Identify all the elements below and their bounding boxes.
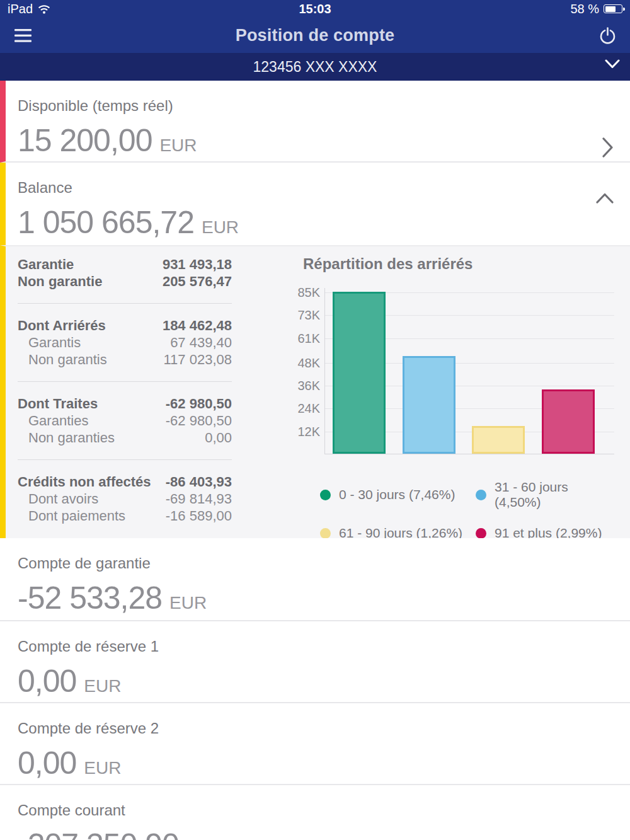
disponible-currency: EUR (159, 135, 197, 156)
account-number: 123456 XXX XXXX (253, 59, 377, 76)
balance-amount: 1 050 665,72 (18, 204, 194, 241)
breakdown-row: Garantis 67 439,40 (18, 334, 232, 351)
breakdown-row: Dont Arriérés 184 462,48 (18, 317, 232, 334)
power-icon (599, 27, 616, 44)
y-tick-label: 73K (297, 308, 320, 323)
legend-item: 31 - 60 jours (4,50%) (476, 480, 614, 510)
bar-chart-plot (324, 288, 614, 454)
bar-91 et plus (542, 389, 595, 454)
breakdown-row: Dont avoirs -69 814,93 (18, 490, 232, 507)
status-bar: iPad 15:03 58 % (0, 0, 630, 18)
legend-item: 0 - 30 jours (7,46%) (320, 480, 476, 510)
card-disponible[interactable]: Disponible (temps réel) 15 200,00 EUR (0, 81, 630, 163)
breakdown-row: Dont Traites -62 980,50 (18, 395, 232, 412)
chart-title: Répartition des arriérés (303, 255, 614, 273)
y-axis-labels: 85K73K61K48K36K24K12K (290, 288, 324, 454)
account-row-courant[interactable]: Compte courant -207 350,90 EUR (0, 784, 630, 840)
logout-button[interactable] (593, 21, 621, 49)
legend-dot-yellow (320, 528, 331, 539)
account-row-reserve-1[interactable]: Compte de réserve 1 0,00 EUR (0, 620, 630, 702)
chevron-down-icon[interactable] (605, 59, 620, 69)
legend-dot-blue (476, 490, 486, 500)
card-balance[interactable]: Balance 1 050 665,72 EUR (0, 163, 630, 245)
battery-icon (604, 4, 622, 13)
account-row-garantie[interactable]: Compte de garantie -52 533,28 EUR (0, 538, 630, 620)
breakdown-row: Non garantie 205 576,47 (18, 273, 232, 290)
breakdown-row: Dont paiements -16 589,00 (18, 507, 232, 524)
clock: 15:03 (0, 2, 630, 16)
nav-bar: Position de compte (0, 18, 630, 53)
breakdown-row: Garantie 931 493,18 (18, 256, 232, 273)
y-tick-label: 24K (297, 401, 320, 416)
breakdown-row: Non garanties 0,00 (18, 429, 232, 446)
divider (18, 459, 232, 460)
bar-0 - 30 jours (333, 292, 386, 454)
y-tick-label: 48K (297, 355, 320, 370)
card-balance-label: Balance (18, 179, 612, 197)
hamburger-icon (14, 29, 32, 42)
divider (18, 381, 232, 382)
y-tick-label: 85K (297, 285, 320, 300)
chart-legend: 0 - 30 jours (7,46%) 31 - 60 jours (4,50… (320, 480, 614, 541)
breakdown-row: Garanties -62 980,50 (18, 412, 232, 429)
bar-31 - 60 jours (403, 356, 455, 454)
balance-breakdown: Garantie 931 493,18 Non garantie 205 576… (6, 246, 232, 538)
disponible-amount: 15 200,00 (18, 122, 152, 159)
page-title: Position de compte (0, 26, 630, 45)
arrears-chart: Répartition des arriérés 85K73K61K48K36K… (232, 246, 630, 538)
legend-dot-green (320, 490, 331, 500)
balance-details-panel: Garantie 931 493,18 Non garantie 205 576… (0, 245, 630, 538)
y-tick-label: 36K (297, 379, 320, 393)
legend-dot-pink (476, 528, 486, 539)
divider (18, 303, 232, 304)
card-disponible-label: Disponible (temps réel) (18, 97, 612, 115)
breakdown-row: Non garantis 117 023,08 (18, 351, 232, 368)
account-row-reserve-2[interactable]: Compte de réserve 2 0,00 EUR (0, 702, 630, 784)
y-tick-label: 12K (297, 424, 320, 439)
chevron-right-icon[interactable] (602, 137, 614, 158)
account-selector[interactable]: 123456 XXX XXXX (0, 53, 630, 81)
chevron-up-icon[interactable] (596, 193, 614, 204)
y-tick-label: 61K (297, 331, 320, 345)
breakdown-row: Crédits non affectés -86 403,93 (18, 473, 232, 490)
menu-button[interactable] (9, 21, 37, 49)
bar-61 - 90 jours (472, 426, 525, 454)
balance-currency: EUR (202, 217, 239, 238)
